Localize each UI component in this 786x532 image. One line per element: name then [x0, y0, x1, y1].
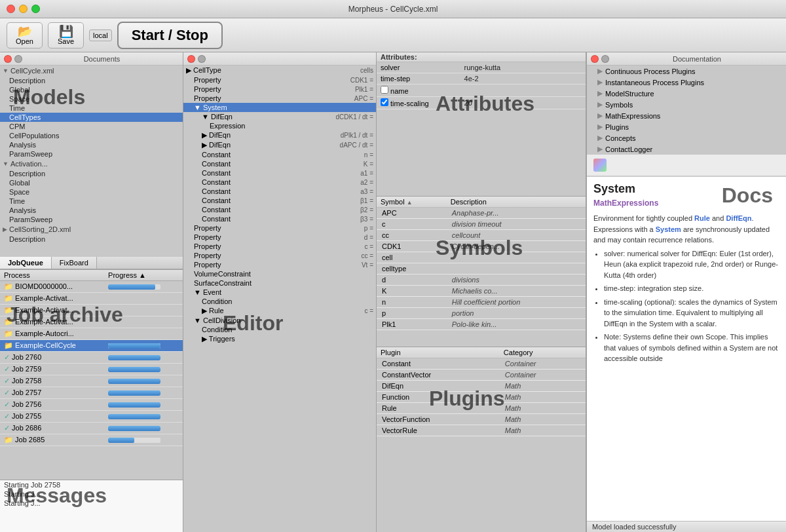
plugin-row[interactable]: RuleMath	[377, 403, 586, 414]
close-docs-btn[interactable]	[591, 55, 599, 63]
docs-tree-item[interactable]: ▶ Plugins	[587, 121, 786, 132]
editor-tree-item[interactable]: PropertyPlk1 =	[183, 85, 376, 94]
job-row[interactable]: 📁 Example-Activat...	[0, 316, 183, 328]
job-row[interactable]: 📁 Example-Activat...	[0, 293, 183, 305]
expand-panel-button[interactable]	[14, 55, 22, 63]
plugin-row[interactable]: ConstantContainer	[377, 358, 586, 370]
tree-cellpopulations[interactable]: CellPopulations	[0, 131, 183, 140]
model-activation[interactable]: ▼ Activation...	[0, 159, 183, 169]
editor-tree-item[interactable]: Constanta3 =	[183, 187, 376, 196]
tree-analysis[interactable]: Analysis	[0, 140, 183, 149]
tree-celltypes[interactable]: CellTypes	[0, 113, 183, 122]
editor-tree-item[interactable]: ▶ DifEqndAPC / dt =	[183, 140, 376, 150]
editor-tree-item[interactable]: Constantβ2 =	[183, 205, 376, 214]
plugin-row[interactable]: ConstantVectorContainer	[377, 370, 586, 381]
job-row[interactable]: 📁 Job 2685	[0, 434, 183, 446]
job-row[interactable]: ✓ Job 2755	[0, 411, 183, 423]
job-row[interactable]: ✓ Job 2760	[0, 352, 183, 364]
tree-space[interactable]: Space	[0, 94, 183, 104]
tree-paramsweep[interactable]: ParamSweep	[0, 149, 183, 159]
plugin-row[interactable]: FunctionMath	[377, 392, 586, 403]
job-row[interactable]: ✓ Job 2759	[0, 364, 183, 375]
editor-tree-item[interactable]: PropertyCDK1 =	[183, 75, 376, 85]
plugin-row[interactable]: VectorRuleMath	[377, 425, 586, 436]
editor-tree-item[interactable]: ▼ Event	[183, 288, 376, 297]
editor-tree-item[interactable]: ▼ DifEqndCDK1 / dt =	[183, 112, 376, 121]
editor-tree-item[interactable]: ▼ System	[183, 103, 376, 112]
editor-tree-item[interactable]: Propertyc =	[183, 242, 376, 251]
symbol-row[interactable]: celltype	[377, 263, 586, 275]
editor-tree-item[interactable]: Propertyp =	[183, 223, 376, 233]
editor-tree-item[interactable]: VolumeConstraint	[183, 269, 376, 278]
symbol-row[interactable]: APCAnaphase-pr...	[377, 208, 586, 219]
docs-tree-item[interactable]: ▶ ModelStructure	[587, 88, 786, 99]
plugin-row[interactable]: DifEqnMath	[377, 381, 586, 392]
close-editor-btn[interactable]	[187, 55, 195, 63]
symbol-row[interactable]: cdivision timeout	[377, 219, 586, 230]
tree-cpm[interactable]: CPM	[0, 122, 183, 131]
editor-tree-item[interactable]: ▼ CellDivision	[183, 316, 376, 325]
open-button[interactable]: 📂 Open	[7, 22, 43, 48]
symbol-row[interactable]: ddivisions	[377, 275, 586, 286]
docs-tree-item[interactable]: ▶ MathExpressions	[587, 110, 786, 121]
editor-tree-item[interactable]: ▶ Triggers	[183, 334, 376, 344]
tab-fixboard[interactable]: FixBoard	[52, 257, 97, 269]
editor-tree-item[interactable]: Propertycc =	[183, 251, 376, 260]
tree-act-paramsweep[interactable]: ParamSweep	[0, 215, 183, 224]
job-row[interactable]: 📁 Example-Autocri...	[0, 328, 183, 340]
symbol-row[interactable]: Plk1Polo-like kin...	[377, 319, 586, 330]
tree-act-analysis[interactable]: Analysis	[0, 206, 183, 215]
editor-tree-item[interactable]: ▶ CellTypecells	[183, 66, 376, 75]
editor-tree-item[interactable]: Constanta1 =	[183, 168, 376, 178]
tree-act-time[interactable]: Time	[0, 197, 183, 206]
attribute-checkbox[interactable]	[381, 98, 388, 106]
editor-tree-item[interactable]: Expression	[183, 121, 376, 130]
plugin-row[interactable]: VectorFunctionMath	[377, 414, 586, 425]
editor-tree-item[interactable]: Constantβ1 =	[183, 196, 376, 205]
job-row[interactable]: 📁 Example-CellCycle	[0, 340, 183, 352]
symbol-row[interactable]: cell	[377, 252, 586, 263]
job-row[interactable]: ✓ Job 2758	[0, 375, 183, 387]
docs-tree-item[interactable]: ▶ ContactLogger	[587, 143, 786, 155]
editor-tree-item[interactable]: ConstantK =	[183, 159, 376, 168]
editor-tree-item[interactable]: Condition	[183, 325, 376, 334]
maximize-button[interactable]	[31, 5, 40, 13]
tree-act-global[interactable]: Global	[0, 178, 183, 187]
editor-tree-item[interactable]: SurfaceConstraint	[183, 278, 376, 288]
editor-tree-item[interactable]: Propertyd =	[183, 233, 376, 242]
save-button[interactable]: 💾 Save	[48, 22, 84, 48]
editor-tree-item[interactable]: Constantn =	[183, 150, 376, 159]
close-button[interactable]	[7, 5, 15, 13]
expand-docs-btn[interactable]	[601, 55, 609, 63]
minimize-button[interactable]	[19, 5, 28, 13]
symbol-row[interactable]: cccellcount	[377, 230, 586, 241]
editor-tree-item[interactable]: ▶ Rulec =	[183, 306, 376, 316]
symbol-row[interactable]: CDK1Cyclin-depen...	[377, 241, 586, 252]
editor-tree-item[interactable]: Constantβ3 =	[183, 214, 376, 223]
start-stop-button[interactable]: Start / Stop	[117, 22, 223, 49]
symbol-row[interactable]: KMichaelis co...	[377, 286, 586, 297]
tree-cs-description[interactable]: Description	[0, 235, 183, 244]
close-panel-button[interactable]	[4, 55, 12, 63]
job-row[interactable]: ✓ Job 2756	[0, 399, 183, 411]
symbol-row[interactable]: nHill coefficient portion	[377, 297, 586, 308]
job-row[interactable]: ✓ Job 2686	[0, 423, 183, 434]
tree-act-space[interactable]: Space	[0, 187, 183, 197]
docs-tree-item[interactable]: ▶ Instantaneous Process Plugins	[587, 77, 786, 88]
tab-jobqueue[interactable]: JobQueue	[0, 257, 52, 269]
editor-tree-item[interactable]: PropertyAPC =	[183, 94, 376, 103]
tree-description[interactable]: Description	[0, 76, 183, 85]
job-row[interactable]: ✓ Job 2757	[0, 387, 183, 399]
job-row[interactable]: 📁 Example-Activat...	[0, 305, 183, 316]
editor-tree-item[interactable]: ▶ DifEqndPlk1 / dt =	[183, 130, 376, 140]
tree-time[interactable]: Time	[0, 104, 183, 113]
expand-editor-btn[interactable]	[198, 55, 206, 63]
tree-act-description[interactable]: Description	[0, 169, 183, 178]
editor-tree-item[interactable]: Condition	[183, 297, 376, 306]
symbol-row[interactable]: pportion	[377, 308, 586, 319]
docs-tree-item[interactable]: ▶ Symbols	[587, 99, 786, 110]
model-cellsorting[interactable]: ▶ CellSorting_2D.xml	[0, 224, 183, 235]
docs-tree-item[interactable]: ▶ Continuous Process Plugins	[587, 66, 786, 77]
model-cellcycle[interactable]: ▼ CellCycle.xml	[0, 66, 183, 76]
job-row[interactable]: 📁 BIOMD0000000...	[0, 281, 183, 293]
